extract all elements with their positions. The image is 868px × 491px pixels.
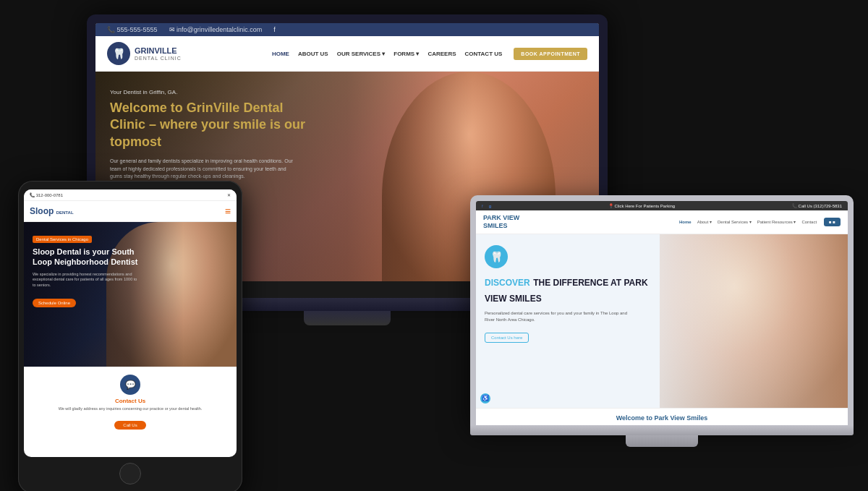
gv-logo: 🦷 GRINVILLE DENTAL CLINIC	[107, 42, 182, 65]
pvs-logo-line1: PARK VIEW	[483, 214, 519, 222]
pvs-nav-links: Home About Dental Services Patient Resou…	[679, 219, 817, 224]
gv-nav-links: HOME ABOUT US OUR SERVICES FORMS CAREERS…	[272, 51, 502, 57]
pvs-nav-services[interactable]: Dental Services	[718, 219, 752, 224]
sloop-topbar-x: ✕	[227, 192, 231, 197]
sloop-hero-title: Sloop Dental is your South Loop Neighbor…	[33, 247, 148, 268]
sloop-logo: Sloop DENTAL	[30, 206, 74, 216]
tablet-screen: 📞 312-000-0781 ✕ Sloop DENTAL ≡ De	[24, 189, 237, 457]
pvs-google-icon[interactable]: g	[489, 204, 491, 208]
tablet-main: 📞 312-000-0781 ✕ Sloop DENTAL ≡ De	[18, 181, 242, 491]
gv-nav-forms[interactable]: FORMS	[393, 51, 419, 57]
pvs-parking-notice: 📍 Click Here For Patients Parking	[608, 203, 675, 208]
pvs-nav-contact[interactable]: Contact	[801, 220, 817, 224]
pvs-hero-title-block: DISCOVER THE DIFFERENCE AT PARK VIEW SMI…	[485, 274, 651, 307]
sloop-schedule-btn[interactable]: Schedule Online	[33, 299, 76, 307]
sloop-contact-body: We will gladly address any inquiries con…	[31, 406, 229, 412]
laptop2-base	[470, 425, 854, 435]
pvs-logo: PARK VIEW SMILES	[483, 214, 519, 230]
laptop-stand	[304, 311, 391, 325]
pvs-welcome-section: Welcome to Park View Smiles	[476, 408, 848, 425]
pvs-topbar: f g 📍 Click Here For Patients Parking 📞 …	[476, 201, 848, 210]
gv-hero-body: Our general and family dentists speciali…	[110, 158, 298, 181]
tablet-home-button[interactable]	[119, 463, 141, 484]
sloop-call-btn[interactable]: Call Us	[114, 421, 145, 430]
pvs-facebook-icon[interactable]: f	[482, 204, 483, 208]
gv-fb-icon: f	[273, 26, 276, 33]
gv-logo-icon: 🦷	[107, 42, 130, 65]
pvs-contact-btn[interactable]: Contact Us here	[485, 333, 529, 343]
gv-nav: 🦷 GRINVILLE DENTAL CLINIC HOME ABOUT US …	[95, 36, 599, 72]
pvs-site: f g 📍 Click Here For Patients Parking 📞 …	[476, 201, 848, 425]
gv-book-btn[interactable]: BOOK APPOINTMENT	[514, 48, 587, 60]
sloop-contact-title: Contact Us	[31, 398, 229, 404]
laptop-secondary: f g 📍 Click Here For Patients Parking 📞 …	[470, 195, 854, 447]
gv-logo-name: GRINVILLE	[135, 46, 182, 56]
pvs-nav-about[interactable]: About	[697, 219, 712, 224]
sloop-chat-icon: 💬	[120, 375, 140, 395]
gv-hero-subtitle: Your Dentist in Griffin, GA.	[110, 89, 584, 95]
sloop-hero-badge: Dental Services in Chicago	[33, 236, 92, 243]
gv-logo-sub: DENTAL CLINIC	[135, 56, 182, 61]
gv-nav-careers[interactable]: CAREERS	[427, 51, 456, 57]
sloop-phone: 📞 312-000-0781	[30, 192, 63, 197]
pvs-phone: 📞 Call Us (312)729-5831	[792, 203, 842, 208]
laptop2-screen: f g 📍 Click Here For Patients Parking 📞 …	[476, 201, 848, 425]
gv-nav-about[interactable]: ABOUT US	[298, 51, 328, 57]
pvs-nav-home[interactable]: Home	[679, 220, 692, 224]
pvs-nav: PARK VIEW SMILES Home About Dental Servi…	[476, 210, 848, 234]
sloop-hamburger-icon[interactable]: ≡	[225, 205, 231, 217]
pvs-logo-line2: SMILES	[483, 222, 519, 230]
pvs-discover-text: DISCOVER	[485, 278, 530, 288]
sloop-hero-body: We specialize in providing honest recomm…	[33, 272, 141, 289]
pvs-topbar-left: f g	[482, 204, 491, 208]
sloop-topbar: 📞 312-000-0781 ✕	[24, 189, 237, 201]
laptop2-stand	[626, 435, 698, 447]
sloop-nav: Sloop DENTAL ≡	[24, 201, 237, 222]
gv-nav-services[interactable]: OUR SERVICES	[337, 51, 386, 57]
pvs-nav-resources[interactable]: Patient Resources	[757, 219, 796, 224]
gv-phone: 📞 555-555-5555	[107, 26, 158, 33]
pvs-hero-body: Personalized dental care services for yo…	[485, 310, 629, 323]
pvs-accessibility-icon[interactable]: ♿	[480, 393, 490, 404]
sloop-contact-section: 💬 Contact Us We will gladly address any …	[24, 367, 237, 437]
pvs-hero: 🦷 DISCOVER THE DIFFERENCE AT PARK VIEW S…	[476, 234, 848, 408]
gv-logo-text-wrap: GRINVILLE DENTAL CLINIC	[135, 46, 182, 61]
gv-hero-title: Welcome to GrinVille Dental Clinic – whe…	[110, 100, 312, 150]
sloop-hero-content: Dental Services in Chicago Sloop Dental …	[24, 222, 237, 316]
pvs-hero-content: 🦷 DISCOVER THE DIFFERENCE AT PARK VIEW S…	[476, 234, 848, 354]
pvs-tooth-icon: 🦷	[485, 245, 508, 268]
gv-nav-home[interactable]: HOME	[272, 51, 289, 57]
sloop-site: 📞 312-000-0781 ✕ Sloop DENTAL ≡ De	[24, 189, 237, 457]
sloop-hero: Dental Services in Chicago Sloop Dental …	[24, 222, 237, 367]
tablet-frame: 📞 312-000-0781 ✕ Sloop DENTAL ≡ De	[18, 181, 242, 491]
gv-nav-contact[interactable]: CONTACT US	[465, 51, 503, 57]
pvs-appt-btn[interactable]: ■ ■	[824, 218, 841, 226]
laptop2-screen-border: f g 📍 Click Here For Patients Parking 📞 …	[470, 195, 854, 425]
pvs-welcome-title: Welcome to Park View Smiles	[485, 414, 839, 422]
gv-topbar: 📞 555-555-5555 ✉ info@grinvilledentalcli…	[95, 23, 599, 36]
gv-email: ✉ info@grinvilledentalclinic.com	[169, 26, 263, 33]
